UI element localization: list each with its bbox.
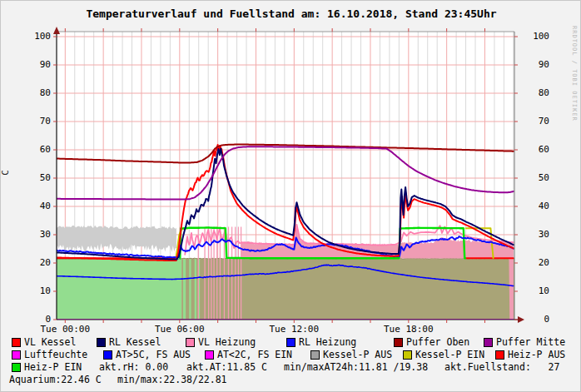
- legend-label-kesselp-ein: Kessel-P EIN: [415, 350, 484, 360]
- legend-label-kesselp-aus: Kessel-P AUS: [323, 350, 392, 360]
- legend-label-vl-heizung: VL Heizung: [198, 337, 256, 347]
- legend-label-puffer-mitte: Puffer Mitte: [496, 337, 565, 347]
- status-akt-at: akt.AT:11.85 C: [186, 362, 267, 372]
- y-tick-left-80: 80: [22, 87, 51, 98]
- legend-label-heizp-aus: Heiz-P AUS: [508, 350, 565, 360]
- y-tick-right-20: 20: [521, 257, 549, 268]
- y-tick-left-100: 100: [22, 31, 51, 42]
- legend-label-luftfeuchte: Luftfeuchte: [24, 350, 87, 360]
- legend-swatch-kesselp-ein: [403, 350, 412, 360]
- legend-swatch-vl-heizung: [186, 338, 195, 347]
- status-aquarium: Aquarium:22.46 C: [9, 375, 102, 385]
- legend-swatch-puffer-oben: [394, 338, 403, 347]
- status-akt-rh: akt.rH: 0.00: [99, 362, 168, 372]
- x-tick-18: Tue 18:00: [375, 324, 442, 335]
- y-tick-right-10: 10: [521, 285, 549, 296]
- status-minmax-at24h: min/maxAT24h:11.81 /19.38: [284, 362, 428, 372]
- legend-label-at-gt5: AT>5C, FS AUS: [116, 350, 191, 360]
- y-tick-right-80: 80: [521, 87, 549, 98]
- y-tick-right-50: 50: [521, 172, 549, 183]
- x-tick-6: Tue 06:00: [146, 324, 213, 335]
- legend-label-vl-kessel: VL Kessel: [24, 337, 76, 347]
- y-tick-left-30: 30: [22, 229, 51, 240]
- legend-label-puffer-oben: Puffer Oben: [406, 337, 469, 347]
- y-tick-left-70: 70: [22, 116, 51, 127]
- y-tick-left-20: 20: [22, 257, 51, 268]
- legend-label-heizp-ein: Heiz-P EIN: [24, 362, 82, 372]
- y-tick-right-0: 0: [521, 314, 549, 325]
- legend-swatch-puffer-mitte: [484, 338, 493, 347]
- legend-label-rl-heizung: RL Heizung: [299, 337, 356, 347]
- status-akt-fuellstand: akt.Fuellstand: 27: [444, 362, 559, 372]
- y-tick-left-40: 40: [22, 201, 51, 211]
- y-tick-right-30: 30: [521, 229, 549, 240]
- legend-swatch-kesselp-aus: [310, 350, 320, 360]
- y-tick-right-40: 40: [521, 201, 549, 211]
- x-tick-0: Tue 00:00: [32, 324, 98, 335]
- legend-swatch-heizp-aus: [495, 350, 504, 360]
- legend-swatch-heizp-ein: [12, 363, 21, 372]
- y-tick-left-60: 60: [22, 144, 51, 155]
- legend-swatch-rl-kessel: [97, 338, 106, 347]
- status-aquarium-minmax: min/max:22.38/22.81: [117, 375, 227, 385]
- legend-label-at-lt2: AT<2C, FS EIN: [217, 350, 292, 360]
- y-tick-left-10: 10: [22, 285, 51, 296]
- y-tick-right-90: 90: [521, 59, 549, 70]
- legend-label-rl-kessel: RL Kessel: [109, 337, 161, 347]
- legend-swatch-at-lt2: [205, 350, 214, 360]
- y-tick-right-60: 60: [521, 144, 549, 155]
- legend-swatch-vl-kessel: [12, 338, 21, 347]
- rrd-graph: Temperaturverlauf und Fuellstand am: 16.…: [0, 0, 581, 392]
- legend-swatch-at-gt5: [103, 350, 112, 360]
- y-tick-left-50: 50: [22, 172, 51, 183]
- x-tick-12: Tue 12:00: [261, 324, 327, 335]
- y-tick-right-70: 70: [521, 116, 549, 127]
- legend-swatch-luftfeuchte: [12, 350, 21, 360]
- y-tick-left-90: 90: [22, 59, 51, 70]
- legend-swatch-rl-heizung: [286, 338, 295, 347]
- y-tick-right-100: 100: [521, 31, 549, 42]
